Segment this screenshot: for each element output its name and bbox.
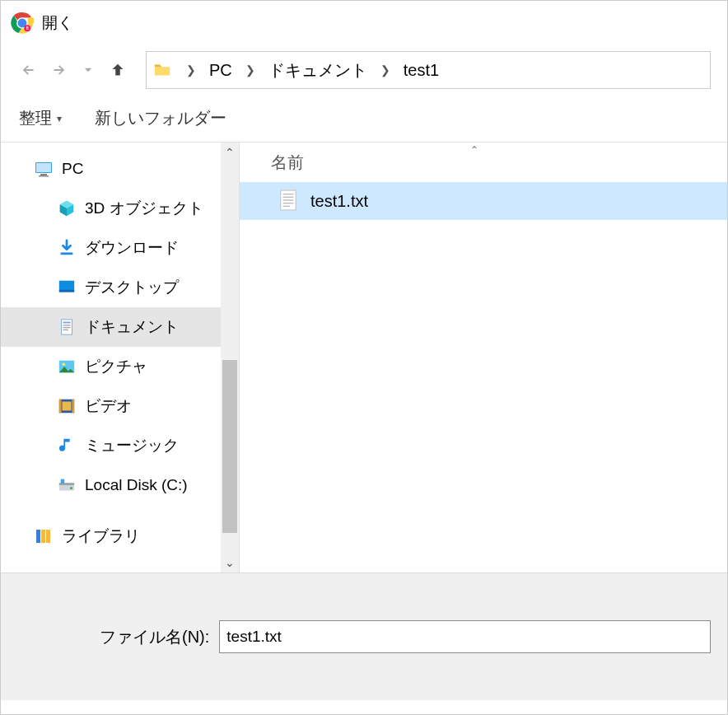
- sidebar-item-libraries[interactable]: ライブラリ: [1, 516, 239, 556]
- toolbar: 整理 ▾ 新しいフォルダー: [1, 95, 727, 143]
- sidebar-scrollbar[interactable]: ⌃ ⌄: [221, 143, 239, 572]
- chevron-right-icon[interactable]: ❯: [178, 63, 204, 77]
- new-folder-button[interactable]: 新しいフォルダー: [95, 107, 226, 129]
- download-icon: [57, 238, 77, 258]
- sort-ascending-icon: ⌃: [470, 144, 478, 156]
- svg-rect-22: [63, 402, 72, 411]
- cube-icon: [57, 199, 77, 218]
- svg-rect-9: [61, 253, 73, 255]
- scrollbar-up-icon[interactable]: ⌃: [221, 143, 239, 162]
- scrollbar-thumb[interactable]: [222, 360, 237, 533]
- sidebar-videos-label: ビデオ: [85, 395, 132, 417]
- file-row[interactable]: test1.txt: [240, 182, 727, 220]
- organize-label: 整理: [19, 107, 52, 129]
- text-file-icon: [279, 189, 299, 213]
- libraries-icon: [34, 526, 54, 546]
- address-bar[interactable]: ❯ PC ❯ ドキュメント ❯ test1: [146, 51, 711, 89]
- sidebar-localdisk-label: Local Disk (C:): [85, 476, 188, 494]
- svg-rect-13: [63, 322, 70, 324]
- new-folder-label: 新しいフォルダー: [95, 107, 226, 129]
- breadcrumb-pc[interactable]: PC: [206, 59, 236, 82]
- videos-icon: [57, 396, 77, 416]
- sidebar-desktop-label: デスクトップ: [85, 277, 179, 298]
- pc-icon: [34, 159, 54, 179]
- up-button[interactable]: [106, 58, 129, 82]
- svg-rect-29: [46, 530, 50, 543]
- footer: ファイル名(N):: [1, 572, 727, 700]
- filename-label: ファイル名(N):: [100, 626, 209, 648]
- organize-button[interactable]: 整理 ▾: [19, 107, 62, 129]
- chevron-down-icon: ▾: [57, 113, 62, 124]
- svg-rect-16: [63, 329, 68, 330]
- sidebar-item-3d-objects[interactable]: 3D オブジェクト: [1, 189, 239, 228]
- window-title: 開く: [42, 12, 73, 34]
- svg-rect-28: [41, 530, 45, 543]
- sidebar-pc-label: PC: [62, 160, 83, 178]
- sidebar-item-pc[interactable]: PC: [1, 149, 239, 189]
- file-list: 名前 ⌃ test1.txt: [240, 143, 727, 572]
- sidebar-3d-label: 3D オブジェクト: [85, 198, 203, 219]
- sidebar: PC 3D オブジェクト ダウンロード デスクトップ ドキュメント: [1, 143, 240, 572]
- sidebar-item-videos[interactable]: ビデオ: [1, 386, 239, 426]
- forward-button[interactable]: [47, 58, 70, 82]
- svg-rect-11: [59, 290, 74, 292]
- scrollbar-track[interactable]: [221, 162, 239, 553]
- breadcrumb-test1[interactable]: test1: [400, 59, 442, 82]
- chevron-right-icon[interactable]: ❯: [237, 63, 264, 77]
- sidebar-item-downloads[interactable]: ダウンロード: [1, 228, 239, 268]
- body-area: PC 3D オブジェクト ダウンロード デスクトップ ドキュメント: [1, 143, 727, 572]
- svg-rect-15: [63, 327, 70, 328]
- recent-dropdown[interactable]: [77, 58, 100, 82]
- nav-row: ❯ PC ❯ ドキュメント ❯ test1: [1, 45, 727, 95]
- header-name-label: 名前: [271, 152, 304, 174]
- desktop-icon: [57, 278, 77, 297]
- disk-icon: [57, 475, 77, 495]
- sidebar-item-localdisk[interactable]: Local Disk (C:): [1, 465, 239, 505]
- sidebar-downloads-label: ダウンロード: [85, 237, 179, 259]
- file-name: test1.txt: [310, 192, 368, 211]
- sidebar-documents-label: ドキュメント: [85, 316, 179, 338]
- title-bar: B 開く: [1, 1, 727, 45]
- svg-rect-14: [63, 325, 70, 325]
- svg-rect-27: [36, 530, 40, 543]
- chevron-right-icon[interactable]: ❯: [372, 63, 399, 77]
- breadcrumb-documents[interactable]: ドキュメント: [265, 58, 371, 83]
- svg-rect-20: [59, 400, 62, 414]
- pictures-icon: [57, 357, 77, 376]
- documents-icon: [57, 317, 77, 337]
- sidebar-item-music[interactable]: ミュージック: [1, 426, 239, 465]
- svg-point-18: [63, 362, 66, 366]
- svg-rect-21: [72, 400, 74, 414]
- scrollbar-down-icon[interactable]: ⌄: [221, 553, 239, 572]
- svg-point-26: [70, 487, 72, 489]
- sidebar-libraries-label: ライブラリ: [62, 526, 140, 547]
- music-icon: [57, 436, 77, 456]
- svg-text:B: B: [26, 26, 29, 30]
- sidebar-item-pictures[interactable]: ピクチャ: [1, 347, 239, 386]
- svg-rect-6: [36, 163, 51, 172]
- sidebar-item-documents[interactable]: ドキュメント: [1, 307, 239, 347]
- chrome-icon: B: [11, 12, 34, 35]
- svg-rect-8: [39, 175, 49, 177]
- svg-rect-25: [61, 479, 65, 484]
- filename-input[interactable]: [219, 620, 711, 653]
- back-button[interactable]: [17, 58, 40, 82]
- folder-icon: [153, 61, 171, 79]
- svg-rect-7: [40, 174, 47, 175]
- sidebar-pictures-label: ピクチャ: [85, 356, 147, 377]
- column-header-name[interactable]: 名前 ⌃: [240, 143, 727, 182]
- sidebar-item-desktop[interactable]: デスクトップ: [1, 268, 239, 307]
- sidebar-music-label: ミュージック: [85, 435, 179, 456]
